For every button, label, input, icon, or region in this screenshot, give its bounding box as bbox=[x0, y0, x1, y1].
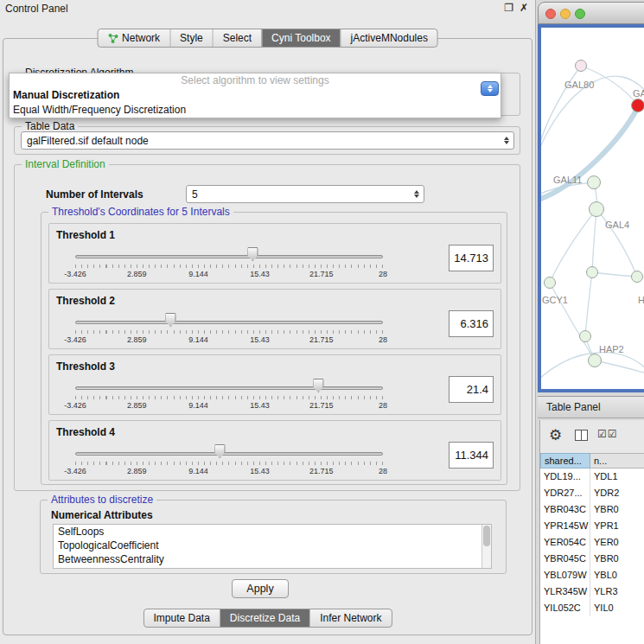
threshold-panel-3: Threshold 3 -3.4262.8599.14415.4321.7152… bbox=[48, 354, 501, 415]
threshold-slider[interactable]: -3.4262.8599.14415.4321.71528 bbox=[75, 442, 383, 478]
stepper-icon bbox=[410, 190, 424, 198]
table-row[interactable]: YIL052CYIL0 bbox=[540, 600, 644, 616]
slider-thumb[interactable] bbox=[214, 444, 226, 458]
numerical-attribute-item[interactable]: SelfLoops bbox=[54, 525, 491, 539]
table-cell: YDR27... bbox=[540, 485, 590, 501]
scale-tick-label: 9.144 bbox=[188, 467, 208, 475]
table-row[interactable]: YDR27...YDR2 bbox=[540, 485, 644, 501]
float-panel-icon[interactable]: ❐ bbox=[504, 2, 513, 14]
network-node[interactable] bbox=[579, 330, 591, 342]
network-node[interactable] bbox=[586, 266, 598, 278]
tab-infer-network[interactable]: Infer Network bbox=[309, 609, 391, 627]
network-node[interactable] bbox=[544, 277, 556, 289]
zoom-traffic-light-icon[interactable] bbox=[575, 9, 585, 19]
close-panel-icon[interactable]: ✗ bbox=[520, 2, 528, 14]
network-view[interactable]: GAL80GAGAL11GAL4GCY1HAP2H bbox=[538, 24, 644, 392]
tab-network[interactable]: Network bbox=[98, 29, 169, 47]
slider-track[interactable] bbox=[75, 452, 383, 456]
threshold-slider[interactable]: -3.4262.8599.14415.4321.71528 bbox=[75, 376, 383, 412]
tab-discretize-data[interactable]: Discretize Data bbox=[220, 609, 309, 627]
table-cell: YPR1 bbox=[590, 518, 644, 534]
slider-track[interactable] bbox=[75, 321, 383, 324]
algorithm-option-equal-width[interactable]: Equal Width/Frequency Discretization bbox=[10, 103, 501, 118]
threshold-slider[interactable]: -3.4262.8599.14415.4321.71528 bbox=[75, 245, 383, 281]
threshold-value-box[interactable]: 11.344 bbox=[449, 442, 494, 469]
network-node[interactable] bbox=[587, 175, 601, 189]
scale-tick-label: 21.715 bbox=[309, 270, 334, 278]
scale-tick-label: 15.43 bbox=[250, 270, 270, 278]
slider-thumb[interactable] bbox=[247, 247, 258, 261]
table-row[interactable]: YBL079WYBL0 bbox=[540, 567, 644, 583]
table-cell: YBR043C bbox=[540, 501, 590, 518]
threshold-label: Threshold 4 bbox=[56, 426, 115, 438]
column-header-name[interactable]: n... bbox=[590, 453, 644, 469]
algorithm-combo-button[interactable] bbox=[481, 81, 499, 96]
attributes-group-title: Attributes to discretize bbox=[48, 494, 156, 506]
threshold-label: Threshold 3 bbox=[56, 360, 115, 373]
numerical-attributes-list[interactable]: SelfLoopsTopologicalCoefficientBetweenne… bbox=[53, 524, 492, 569]
table-cell: YLR345W bbox=[540, 583, 590, 600]
network-node[interactable] bbox=[631, 99, 644, 112]
table-cell: YDL1 bbox=[590, 469, 644, 485]
scrollbar-thumb[interactable] bbox=[483, 526, 490, 546]
table-panel-title: Table Panel bbox=[546, 401, 601, 413]
table-row[interactable]: YLR345WYLR3 bbox=[540, 583, 644, 600]
table-cell: YIL052C bbox=[540, 600, 590, 616]
threshold-stack: Threshold 1 -3.4262.8599.14415.4321.7152… bbox=[48, 223, 501, 481]
slider-scale: -3.4262.8599.14415.4321.71528 bbox=[75, 335, 383, 345]
tab-label: jActiveMNodules bbox=[351, 32, 428, 44]
network-node[interactable] bbox=[588, 354, 602, 367]
numerical-attribute-item[interactable]: TopologicalCoefficient bbox=[54, 539, 491, 552]
slider-thumb[interactable] bbox=[313, 379, 324, 392]
network-node[interactable] bbox=[575, 60, 587, 72]
table-cell: YER0 bbox=[590, 534, 644, 551]
stepper-icon bbox=[500, 137, 513, 144]
scale-tick-label: 2.859 bbox=[127, 270, 147, 278]
thresholds-group: Threshold's Coordinates for 5 Intervals … bbox=[41, 212, 507, 485]
column-header-shared-name[interactable]: shared... bbox=[540, 453, 590, 469]
tab-impute-data[interactable]: Impute Data bbox=[143, 609, 219, 627]
table-row[interactable]: YER054CYER0 bbox=[540, 534, 644, 551]
threshold-value-box[interactable]: 6.316 bbox=[449, 310, 494, 337]
slider-thumb[interactable] bbox=[165, 313, 176, 327]
slider-track[interactable] bbox=[75, 255, 383, 258]
tab-label: Impute Data bbox=[153, 612, 209, 624]
scale-tick-label: -3.426 bbox=[64, 335, 86, 344]
slider-ruler bbox=[75, 265, 383, 268]
scale-tick-label: 15.43 bbox=[250, 401, 270, 410]
tab-style[interactable]: Style bbox=[169, 29, 213, 47]
screen: Control Panel ❐ ✗ Network Style Select C… bbox=[0, 0, 644, 644]
table-data-select[interactable]: galFiltered.sif default node bbox=[21, 131, 514, 150]
algorithm-option-manual[interactable]: Manual Discretization bbox=[10, 88, 501, 103]
table-cell: YER054C bbox=[540, 534, 590, 551]
list-scrollbar[interactable] bbox=[481, 525, 491, 568]
table-row[interactable]: YBR045CYBR0 bbox=[540, 551, 644, 567]
table-row[interactable]: YBR043CYBR0 bbox=[540, 501, 644, 518]
arrow-up-icon bbox=[488, 85, 493, 88]
threshold-value-box[interactable]: 21.4 bbox=[449, 376, 494, 403]
slider-ruler bbox=[75, 330, 383, 334]
tab-jactivemnodules[interactable]: jActiveMNodules bbox=[341, 29, 437, 47]
slider-track[interactable] bbox=[75, 386, 383, 390]
close-traffic-light-icon[interactable] bbox=[545, 9, 556, 19]
number-of-intervals-select[interactable]: 5 bbox=[186, 185, 424, 203]
checkbox-icons[interactable]: ☑☑ bbox=[597, 428, 618, 440]
table-panel-header[interactable]: Table Panel bbox=[538, 396, 644, 418]
table-row[interactable]: YDL19...YDL1 bbox=[540, 469, 644, 485]
threshold-panel-1: Threshold 1 -3.4262.8599.14415.4321.7152… bbox=[48, 223, 501, 284]
algorithm-placeholder: Select algorithm to view settings bbox=[10, 73, 501, 88]
table-row[interactable]: YPR145WYPR1 bbox=[540, 518, 644, 534]
gear-icon[interactable]: ⚙ bbox=[549, 426, 562, 444]
network-node[interactable] bbox=[631, 271, 643, 283]
table-cell: YBL079W bbox=[540, 567, 590, 583]
threshold-value-box[interactable]: 14.713 bbox=[449, 245, 494, 271]
columns-icon[interactable] bbox=[575, 430, 588, 441]
table-cell: YPR145W bbox=[540, 518, 590, 534]
network-node[interactable] bbox=[589, 201, 604, 217]
apply-button[interactable]: Apply bbox=[232, 579, 289, 598]
tab-cyni-toolbox[interactable]: Cyni Toolbox bbox=[261, 29, 340, 47]
threshold-slider[interactable]: -3.4262.8599.14415.4321.71528 bbox=[75, 310, 383, 347]
minimize-traffic-light-icon[interactable] bbox=[560, 9, 571, 19]
numerical-attribute-item[interactable]: BetweennessCentrality bbox=[54, 552, 491, 566]
tab-select[interactable]: Select bbox=[213, 29, 261, 47]
